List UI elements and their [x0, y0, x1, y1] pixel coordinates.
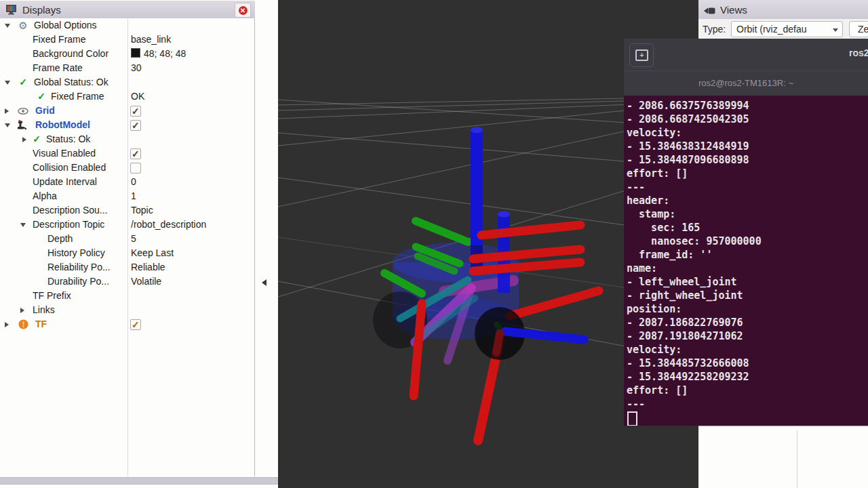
terminal-line: stamp: [627, 207, 868, 221]
terminal-window[interactable]: + ros2@ ros2@ros2-TM1613R: ~ - 2086.6637… [624, 39, 868, 426]
collapse-arrow-icon[interactable] [5, 81, 10, 85]
checkbox-unchecked[interactable] [130, 163, 141, 174]
terminal-line: effort: [] [627, 167, 868, 180]
property-label: Description Topic [33, 218, 104, 232]
tree-row[interactable]: ✓Fixed FrameOK [0, 89, 254, 104]
property-label: RobotModel [35, 118, 90, 132]
checkbox-checked[interactable]: ✓ [130, 120, 141, 131]
tree-row[interactable]: TF✓ [0, 317, 254, 331]
tree-row[interactable]: Visual Enabled✓ [0, 146, 254, 161]
property-value[interactable]: 1 [131, 189, 136, 203]
property-value[interactable]: Topic [131, 203, 153, 218]
terminal-line: frame_id: '' [627, 248, 868, 262]
tree-row[interactable]: Frame Rate30 [0, 61, 254, 75]
chevron-down-icon [833, 28, 838, 32]
checkbox-checked[interactable]: ✓ [130, 319, 141, 330]
terminal-line: - 2086.6637576389994 [627, 99, 868, 113]
property-value[interactable]: 48; 48; 48 [131, 47, 186, 61]
tree-row[interactable]: Update Interval0 [0, 175, 254, 189]
tree-row[interactable]: Fixed Framebase_link [0, 33, 254, 47]
tree-row[interactable]: Depth5 [0, 232, 254, 246]
property-label: Durability Po... [47, 274, 109, 289]
property-value[interactable]: Keep Last [131, 246, 174, 260]
terminal-line: --- [627, 180, 868, 194]
displays-tree[interactable]: ⚙Global OptionsFixed Framebase_linkBackg… [0, 18, 255, 476]
terminal-line: - 2087.186822769076 [627, 316, 868, 329]
displays-titlebar[interactable]: Displays ✕ [0, 1, 255, 19]
tree-row[interactable]: Grid✓ [0, 104, 254, 118]
terminal-line: velocity: [627, 126, 868, 140]
terminal-line: header: [627, 194, 868, 207]
property-label: Collision Enabled [33, 161, 106, 175]
collapse-arrow-icon[interactable] [20, 223, 26, 227]
property-value[interactable]: 5 [131, 232, 136, 246]
expand-arrow-icon[interactable] [5, 322, 9, 327]
view-type-value: Orbit (rviz_defau [736, 24, 806, 35]
terminal-window-title: ros2@ [849, 47, 868, 58]
checkbox-checked[interactable]: ✓ [130, 106, 141, 117]
checkbox-checked[interactable]: ✓ [130, 148, 141, 159]
terminal-output[interactable]: - 2086.6637576389994- 2086.6687425042305… [624, 96, 868, 426]
view-type-select[interactable]: Orbit (rviz_defau [731, 21, 843, 37]
tree-row[interactable]: Alpha1 [0, 189, 254, 203]
expand-arrow-icon[interactable] [20, 308, 24, 313]
terminal-headerbar[interactable]: + ros2@ [624, 39, 868, 70]
tree-row[interactable]: ✓Global Status: Ok [0, 75, 254, 89]
expand-arrow-icon[interactable] [5, 108, 9, 114]
tree-row[interactable]: History PolicyKeep Last [0, 246, 254, 260]
property-value[interactable]: /robot_description [131, 218, 206, 232]
property-value[interactable]: 30 [131, 61, 142, 75]
collapse-arrow-icon[interactable] [5, 123, 10, 127]
tree-row[interactable]: Reliability Po...Reliable [0, 260, 254, 274]
property-value[interactable]: Reliable [131, 260, 165, 274]
views-icon [704, 5, 716, 14]
tf-icon [18, 317, 28, 331]
tree-row[interactable]: RobotModel✓ [0, 118, 254, 132]
terminal-line: - left_wheel_joint [627, 275, 868, 289]
expand-arrow-icon[interactable] [22, 137, 26, 142]
terminal-line: - 15.384638312484919 [627, 140, 868, 153]
new-tab-button[interactable]: + [629, 43, 654, 67]
panel-collapse-icon[interactable] [262, 279, 267, 286]
tree-row[interactable]: Links [0, 303, 254, 317]
tree-row[interactable]: ⚙Global Options [0, 18, 254, 33]
check-icon: ✓ [18, 75, 28, 89]
property-label: Global Options [34, 18, 97, 33]
collapse-arrow-icon[interactable] [5, 24, 10, 28]
check-mark-icon: ✓ [132, 147, 140, 161]
displays-close-button[interactable]: ✕ [235, 3, 251, 18]
panel-splitter[interactable] [255, 0, 278, 488]
terminal-line: nanosec: 957000000 [627, 235, 868, 248]
tree-row[interactable]: Durability Po...Volatile [0, 274, 254, 289]
tree-row[interactable]: ✓Status: Ok [0, 132, 254, 146]
displays-panel-title: Displays [22, 4, 61, 16]
property-label: Update Interval [33, 175, 97, 189]
color-swatch [131, 48, 140, 58]
property-label: Depth [47, 232, 73, 246]
property-value[interactable]: 0 [131, 175, 136, 189]
views-titlebar[interactable]: Views [698, 0, 868, 20]
property-value[interactable]: OK [131, 89, 144, 104]
property-label: Visual Enabled [33, 146, 96, 161]
terminal-line: velocity: [627, 343, 868, 357]
tree-row[interactable]: Collision Enabled [0, 161, 254, 175]
terminal-line: --- [627, 397, 868, 411]
property-label: Reliability Po... [47, 260, 111, 274]
property-value[interactable]: Volatile [131, 274, 161, 289]
property-label: Description Sou... [33, 203, 108, 218]
tree-row[interactable]: TF Prefix [0, 289, 254, 303]
property-label: Frame Rate [33, 61, 83, 75]
tree-row[interactable]: Description Sou...Topic [0, 203, 254, 218]
tree-row[interactable]: Description Topic/robot_description [0, 218, 254, 232]
terminal-tabbar[interactable]: ros2@ros2-TM1613R: ~ [624, 70, 868, 96]
gear-icon: ⚙ [18, 18, 28, 33]
terminal-line: - 15.384492258209232 [627, 370, 868, 384]
views-list-area[interactable] [698, 426, 868, 488]
terminal-line: - right_wheel_joint [627, 289, 868, 302]
property-value[interactable]: base_link [131, 33, 171, 47]
tree-row[interactable]: Background Color48; 48; 48 [0, 47, 254, 61]
displays-panel: Displays ✕ ⚙Global OptionsFixed Framebas… [0, 0, 278, 488]
check-mark-icon: ✓ [132, 104, 140, 119]
property-label: Fixed Frame [51, 89, 104, 104]
zero-button[interactable]: Ze [849, 21, 868, 37]
